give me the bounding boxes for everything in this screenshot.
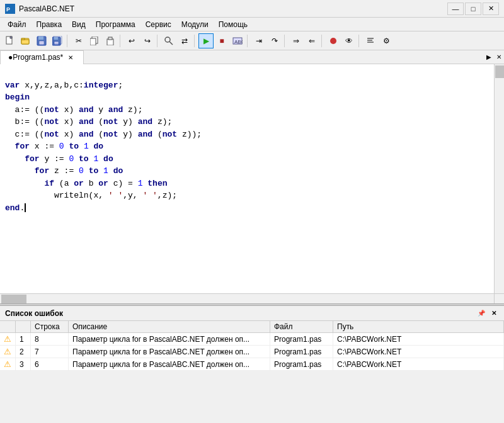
run-button[interactable]: ▶ <box>198 33 214 48</box>
tab-label: ●Program1.pas* <box>8 53 63 62</box>
row2-icon: ⚠ <box>0 346 16 358</box>
table-row[interactable]: ⚠ 2 7 Параметр цикла for в PascalABC.NET… <box>0 346 504 358</box>
step-button[interactable]: ⇥ <box>251 33 266 48</box>
tab-close-button[interactable]: ✕ <box>66 52 76 62</box>
title-bar: P PascalABC.NET — □ ✕ <box>0 0 504 18</box>
col-line-header: Строка <box>31 321 69 333</box>
menu-file[interactable]: Файл <box>3 19 32 30</box>
svg-rect-15 <box>90 38 96 45</box>
tab-scroll-right[interactable]: ▶ <box>484 50 494 64</box>
code-line-1: var x,y,z,a,b,c:integer; <box>5 81 123 90</box>
paste-button[interactable] <box>103 33 118 48</box>
col-file-header: Файл <box>270 321 333 333</box>
replace-button[interactable]: ⇄ <box>177 33 192 48</box>
format-button[interactable] <box>363 33 378 48</box>
warning-icon: ⚠ <box>4 347 11 356</box>
code-line-2: begin <box>5 93 30 102</box>
row2-num: 2 <box>16 346 31 358</box>
settings-button[interactable]: ⚙ <box>379 33 394 48</box>
menu-help[interactable]: Помощь <box>214 19 253 30</box>
indent-button[interactable]: ⇒ <box>289 33 304 48</box>
svg-rect-9 <box>39 41 44 45</box>
code-line-10: writeln(x, ' ',y, ' ',z); <box>5 191 177 200</box>
menu-view[interactable]: Вид <box>67 19 91 30</box>
scrollbar-thumb-h[interactable] <box>1 295 26 303</box>
horizontal-scrollbar[interactable] <box>0 293 494 303</box>
redo-button[interactable]: ↪ <box>140 33 155 48</box>
row2-line: 7 <box>31 346 69 358</box>
code-line-7: for y := 0 to 1 do <box>5 154 113 164</box>
code-line-3: a:= ((not x) and y and z); <box>5 105 142 115</box>
menu-service[interactable]: Сервис <box>140 19 176 30</box>
svg-rect-11 <box>54 37 58 40</box>
row1-icon: ⚠ <box>0 333 16 346</box>
stop-button[interactable]: ■ <box>214 33 229 48</box>
separator-4 <box>194 35 197 47</box>
menu-program[interactable]: Программа <box>91 19 140 30</box>
window-controls: — □ ✕ <box>447 3 499 15</box>
svg-point-22 <box>330 38 336 44</box>
breakpoint-button[interactable] <box>326 33 341 48</box>
error-table-container: Строка Описание Файл Путь ⚠ 1 8 Параметр… <box>0 321 504 371</box>
scrollbar-thumb-v[interactable] <box>495 65 504 78</box>
table-row[interactable]: ⚠ 1 8 Параметр цикла for в PascalABC.NET… <box>0 333 504 346</box>
error-table: Строка Описание Файл Путь ⚠ 1 8 Параметр… <box>0 321 504 371</box>
error-panel-header: Список ошибок 📌 ✕ <box>0 306 504 321</box>
separator-8 <box>358 35 361 47</box>
new-file-button[interactable] <box>3 33 18 48</box>
table-row[interactable]: ⚠ 3 6 Параметр цикла for в PascalABC.NET… <box>0 358 504 371</box>
tab-program1[interactable]: ●Program1.pas* ✕ <box>0 50 84 64</box>
step-over-button[interactable]: ↷ <box>267 33 282 48</box>
col-desc-header: Описание <box>69 321 270 333</box>
svg-rect-8 <box>38 37 43 40</box>
row3-path: C:\PABCWork.NET <box>333 358 504 371</box>
open-file-button[interactable] <box>18 33 33 48</box>
col-num-header <box>16 321 31 333</box>
warning-icon: ⚠ <box>4 359 11 369</box>
save-button[interactable] <box>34 33 49 48</box>
separator-1 <box>67 35 69 47</box>
maximize-button[interactable]: □ <box>465 3 481 15</box>
code-line-4: b:= ((not x) and (not y) and z); <box>5 117 172 127</box>
separator-5 <box>247 35 249 47</box>
row2-path: C:\PABCWork.NET <box>333 346 504 358</box>
svg-rect-17 <box>108 37 112 40</box>
separator-7 <box>321 35 324 47</box>
app-icon: P <box>5 4 15 14</box>
watch-button[interactable]: 👁 <box>341 33 357 48</box>
unindent-button[interactable]: ⇐ <box>304 33 319 48</box>
row3-num: 3 <box>16 358 31 371</box>
save-all-button[interactable] <box>50 33 65 48</box>
toolbar: ✂ ↩ ↪ ⇄ ▶ ■ ABC ⇥ ↷ ⇒ ⇐ 👁 ⚙ <box>0 31 504 50</box>
row2-file: Program1.pas <box>270 346 333 358</box>
code-line-6: for x := 0 to 1 do <box>5 142 103 151</box>
row1-num: 1 <box>16 333 31 346</box>
tab-close-all[interactable]: ✕ <box>494 50 504 64</box>
menu-edit[interactable]: Правка <box>32 19 67 30</box>
cut-button[interactable]: ✂ <box>71 33 86 48</box>
find-button[interactable] <box>161 33 176 48</box>
row1-desc: Параметр цикла for в PascalABC.NET долже… <box>69 333 270 346</box>
svg-rect-5 <box>21 40 29 44</box>
separator-3 <box>157 35 159 47</box>
menu-modules[interactable]: Модули <box>176 19 214 30</box>
undo-button[interactable]: ↩ <box>124 33 139 48</box>
close-button[interactable]: ✕ <box>483 3 499 15</box>
tab-bar: ●Program1.pas* ✕ ▶ ✕ <box>0 50 504 64</box>
code-line-9: if (a or b or c) = 1 then <box>5 179 168 188</box>
compile-button[interactable]: ABC <box>230 33 245 48</box>
row3-file: Program1.pas <box>270 358 333 371</box>
panel-pin-button[interactable]: 📌 <box>476 308 486 319</box>
code-line-5: c:= ((not x) and (not y) and (not z)); <box>5 130 202 139</box>
vertical-scrollbar[interactable] <box>494 64 504 293</box>
svg-rect-6 <box>21 38 25 40</box>
row3-icon: ⚠ <box>0 358 16 371</box>
panel-close-button[interactable]: ✕ <box>489 308 499 319</box>
editor-container: var x,y,z,a,b,c:integer; begin a:= ((not… <box>0 64 504 303</box>
row3-desc: Параметр цикла for в PascalABC.NET долже… <box>69 358 270 371</box>
copy-button[interactable] <box>87 33 102 48</box>
minimize-button[interactable]: — <box>447 3 464 15</box>
svg-text:ABC: ABC <box>234 39 243 45</box>
row1-line: 8 <box>31 333 69 346</box>
code-editor[interactable]: var x,y,z,a,b,c:integer; begin a:= ((not… <box>0 64 504 303</box>
